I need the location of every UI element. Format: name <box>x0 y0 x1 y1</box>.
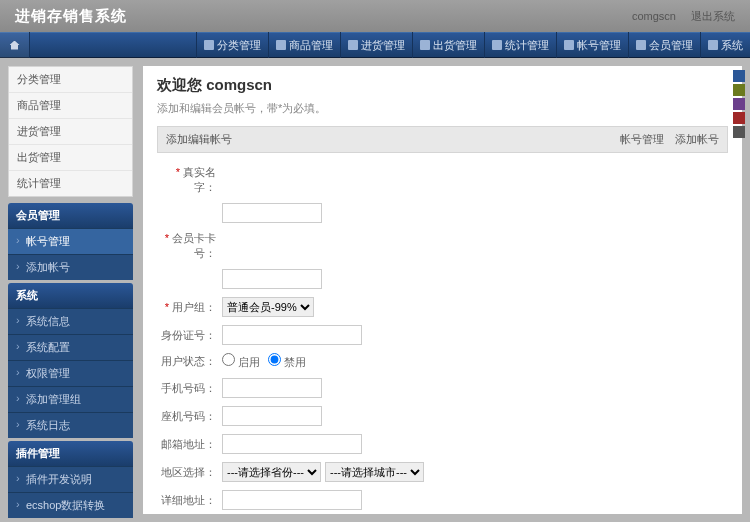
sidebar-sub-item[interactable]: 插件开发说明 <box>8 466 133 492</box>
sidebar-sub-item[interactable]: 权限管理 <box>8 360 133 386</box>
sidebar-group-header[interactable]: 系统 <box>8 283 133 308</box>
cardno-input[interactable] <box>222 269 322 289</box>
province-select[interactable]: ---请选择省份--- <box>222 462 321 482</box>
theme-swatch[interactable] <box>733 112 745 124</box>
sidebar-item[interactable]: 统计管理 <box>9 171 132 196</box>
sidebar-group-header[interactable]: 插件管理 <box>8 441 133 466</box>
hint-text: 添加和编辑会员帐号，带*为必填。 <box>157 101 728 116</box>
phone-input[interactable] <box>222 406 322 426</box>
logout-link[interactable]: 退出系统 <box>691 10 735 22</box>
home-icon <box>10 41 20 50</box>
content-panel: 欢迎您 comgscn 添加和编辑会员帐号，带*为必填。 添加编辑帐号 帐号管理… <box>143 66 742 514</box>
idcard-input[interactable] <box>222 325 362 345</box>
city-select[interactable]: ---请选择城市--- <box>325 462 424 482</box>
sidebar-item[interactable]: 出货管理 <box>9 145 132 171</box>
sidebar-item[interactable]: 分类管理 <box>9 67 132 93</box>
sidebar-item[interactable]: 商品管理 <box>9 93 132 119</box>
sidebar-sub-item[interactable]: 系统日志 <box>8 412 133 438</box>
sidebar-sub-item[interactable]: 系统信息 <box>8 308 133 334</box>
nav-item[interactable]: 系统 <box>700 32 750 58</box>
theme-switcher <box>733 70 745 138</box>
nav-item[interactable]: 商品管理 <box>268 32 340 58</box>
realname-input[interactable] <box>222 203 322 223</box>
status-enable-radio[interactable]: 启用 <box>222 353 260 370</box>
status-disable-radio[interactable]: 禁用 <box>268 353 306 370</box>
theme-swatch[interactable] <box>733 126 745 138</box>
nav-icon <box>348 40 358 50</box>
sidebar-sub-item[interactable]: 添加帐号 <box>8 254 133 280</box>
nav-item[interactable]: 进货管理 <box>340 32 412 58</box>
panel-title: 添加编辑帐号 <box>166 132 232 147</box>
theme-swatch[interactable] <box>733 70 745 82</box>
panel-link-add[interactable]: 添加帐号 <box>675 133 719 145</box>
welcome-title: 欢迎您 comgscn <box>157 76 728 95</box>
nav-icon <box>492 40 502 50</box>
sidebar-sub-item[interactable]: 添加管理组 <box>8 386 133 412</box>
username-link[interactable]: comgscn <box>632 10 676 22</box>
nav-icon <box>708 40 718 50</box>
sidebar-item[interactable]: 进货管理 <box>9 119 132 145</box>
home-button[interactable] <box>0 32 30 58</box>
nav-icon <box>204 40 214 50</box>
nav-icon <box>636 40 646 50</box>
nav-item[interactable]: 帐号管理 <box>556 32 628 58</box>
nav-item[interactable]: 分类管理 <box>196 32 268 58</box>
nav-item[interactable]: 出货管理 <box>412 32 484 58</box>
sidebar-sub-item[interactable]: 系统配置 <box>8 334 133 360</box>
panel-header: 添加编辑帐号 帐号管理 添加帐号 <box>157 126 728 153</box>
usergroup-select[interactable]: 普通会员-99% <box>222 297 314 317</box>
sidebar: 分类管理商品管理进货管理出货管理统计管理 会员管理帐号管理添加帐号系统系统信息系… <box>8 66 133 514</box>
nav-icon <box>276 40 286 50</box>
nav-icon <box>420 40 430 50</box>
top-nav: 分类管理商品管理进货管理出货管理统计管理帐号管理会员管理系统 <box>0 32 750 58</box>
nav-item[interactable]: 会员管理 <box>628 32 700 58</box>
nav-icon <box>564 40 574 50</box>
theme-swatch[interactable] <box>733 84 745 96</box>
panel-link-accounts[interactable]: 帐号管理 <box>620 133 664 145</box>
nav-item[interactable]: 统计管理 <box>484 32 556 58</box>
mobile-input[interactable] <box>222 378 322 398</box>
address-input[interactable] <box>222 490 362 510</box>
sidebar-group-header[interactable]: 会员管理 <box>8 203 133 228</box>
app-logo: 进销存销售系统 <box>15 7 127 26</box>
sidebar-sub-item[interactable]: 帐号管理 <box>8 228 133 254</box>
email-input[interactable] <box>222 434 362 454</box>
sidebar-sub-item[interactable]: ecshop数据转换 <box>8 492 133 518</box>
theme-swatch[interactable] <box>733 98 745 110</box>
